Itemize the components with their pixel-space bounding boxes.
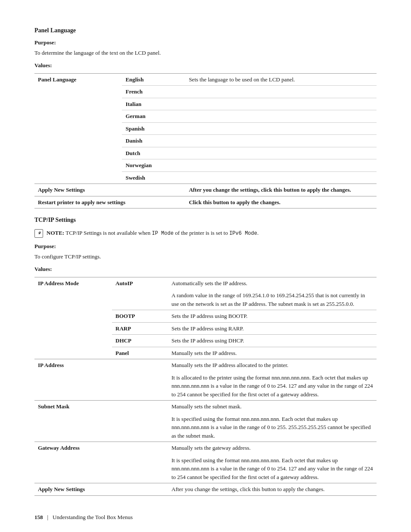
lang-col1 <box>34 159 122 172</box>
lang-desc <box>185 171 377 184</box>
tcpip-col1 <box>34 335 112 347</box>
lang-name: German <box>122 110 185 123</box>
note-icon: ᵍ <box>34 229 43 238</box>
lang-col1 <box>34 135 122 147</box>
tcpip-col2 <box>112 413 168 442</box>
lang-desc <box>185 98 377 110</box>
lang-desc <box>185 122 377 135</box>
table-row: PanelManually sets the IP address. <box>34 347 377 359</box>
tcpip-col1: Apply New Settings <box>34 483 112 496</box>
lang-desc <box>185 86 377 98</box>
tcpip-col2 <box>112 401 168 413</box>
tcpip-section: TCP/IP Settings ᵍ NOTE: TCP/IP Settings … <box>34 215 377 496</box>
table-row: BOOTPSets the IP address using BOOTP. <box>34 310 377 323</box>
tcpip-col2 <box>112 483 168 496</box>
lang-desc <box>185 110 377 123</box>
lang-name: Danish <box>122 135 185 147</box>
lang-col1: Panel Language <box>34 73 122 86</box>
lang-row: Italian <box>34 98 377 110</box>
tcpip-col2: Panel <box>112 347 168 359</box>
tcpip-col1 <box>34 347 112 359</box>
page-number: 158 <box>34 513 43 522</box>
tcpip-col2: AutoIP <box>112 277 168 289</box>
note-text-3: . <box>257 230 258 236</box>
note-label: NOTE: <box>47 230 64 236</box>
tcpip-col2 <box>112 442 168 454</box>
tcpip-col3: Sets the IP address using DHCP. <box>168 335 377 347</box>
tcpip-table: IP Address ModeAutoIPAutomatically sets … <box>34 277 377 496</box>
tcpip-col1 <box>34 454 112 483</box>
tcpip-col3: Manually sets the subnet mask. <box>168 401 377 413</box>
tcpip-col3: Manually sets the gateway address. <box>168 442 377 454</box>
settings-col3: After you change the settings, click thi… <box>185 184 377 196</box>
note-text-2: of the printer is is set to <box>174 230 229 236</box>
footer-text: Understanding the Tool Box Menus <box>53 513 133 522</box>
tcpip-col3: After you change the settings, click thi… <box>168 483 377 496</box>
tcpip-col1: IP Address Mode <box>34 277 112 289</box>
values-label: Values: <box>34 61 377 70</box>
lang-name: English <box>122 73 185 86</box>
tcpip-col3: Sets the IP address using BOOTP. <box>168 310 377 323</box>
settings-row: Restart printer to apply new settingsCli… <box>34 196 377 208</box>
settings-col1: Apply New Settings <box>34 184 185 196</box>
note-text-1: TCP/IP Settings is not available when <box>65 230 152 236</box>
lang-row: Spanish <box>34 122 377 135</box>
settings-col1: Restart printer to apply new settings <box>34 196 185 208</box>
lang-name: Swedish <box>122 171 185 184</box>
tcpip-title: TCP/IP Settings <box>34 215 377 224</box>
table-row: Gateway AddressManually sets the gateway… <box>34 442 377 454</box>
table-row: It is specified using the format nnn.nnn… <box>34 454 377 483</box>
lang-desc <box>185 159 377 172</box>
lang-desc <box>185 135 377 147</box>
tcpip-col3: Sets the IP address using RARP. <box>168 322 377 335</box>
tcpip-col1 <box>34 289 112 310</box>
purpose-label: Purpose: <box>34 38 377 47</box>
note-box: ᵍ NOTE: TCP/IP Settings is not available… <box>34 229 377 238</box>
lang-col1 <box>34 98 122 110</box>
lang-name: Dutch <box>122 147 185 159</box>
lang-row: French <box>34 86 377 98</box>
tcpip-col3: Automatically sets the IP address. <box>168 277 377 289</box>
tcpip-col2: BOOTP <box>112 310 168 323</box>
lang-col1 <box>34 110 122 123</box>
lang-row: Norwegian <box>34 159 377 172</box>
tcpip-col3: It is allocated to the printer using the… <box>168 371 377 401</box>
footer: 158 | Understanding the Tool Box Menus <box>34 513 377 522</box>
lang-desc <box>185 147 377 159</box>
lang-row: Danish <box>34 135 377 147</box>
table-row: It is allocated to the printer using the… <box>34 371 377 401</box>
settings-row: Apply New SettingsAfter you change the s… <box>34 184 377 196</box>
panel-language-section: Panel Language Purpose: To determine the… <box>34 26 377 208</box>
table-row: IP Address ModeAutoIPAutomatically sets … <box>34 277 377 289</box>
lang-col1 <box>34 86 122 98</box>
table-row: IP AddressManually sets the IP address a… <box>34 359 377 372</box>
panel-language-table: Panel LanguageEnglishSets the language t… <box>34 73 377 209</box>
tcpip-col1: Gateway Address <box>34 442 112 454</box>
lang-row: German <box>34 110 377 123</box>
tcpip-col2 <box>112 359 168 372</box>
table-row: A random value in the range of 169.254.1… <box>34 289 377 310</box>
tcpip-col1: Subnet Mask <box>34 401 112 413</box>
note-code1: IP Mode <box>152 230 173 236</box>
tcpip-col1 <box>34 413 112 442</box>
tcpip-purpose-label: Purpose: <box>34 242 377 251</box>
tcpip-col2 <box>112 289 168 310</box>
lang-name: Italian <box>122 98 185 110</box>
tcpip-col3: A random value in the range of 169.254.1… <box>168 289 377 310</box>
tcpip-col3: Manually sets the IP address. <box>168 347 377 359</box>
tcpip-col1 <box>34 322 112 335</box>
tcpip-col2 <box>112 371 168 401</box>
tcpip-col3: Manually sets the IP address allocated t… <box>168 359 377 372</box>
settings-col3: Click this button to apply the changes. <box>185 196 377 208</box>
note-code2: IPv6 Mode <box>229 230 257 236</box>
lang-name: Spanish <box>122 122 185 135</box>
note-text: NOTE: TCP/IP Settings is not available w… <box>47 229 258 237</box>
lang-col1 <box>34 122 122 135</box>
lang-col1 <box>34 171 122 184</box>
table-row: DHCPSets the IP address using DHCP. <box>34 335 377 347</box>
tcpip-col2 <box>112 454 168 483</box>
lang-name: French <box>122 86 185 98</box>
lang-name: Norwegian <box>122 159 185 172</box>
tcpip-col3: It is specified using the format nnn.nnn… <box>168 454 377 483</box>
lang-row: Dutch <box>34 147 377 159</box>
